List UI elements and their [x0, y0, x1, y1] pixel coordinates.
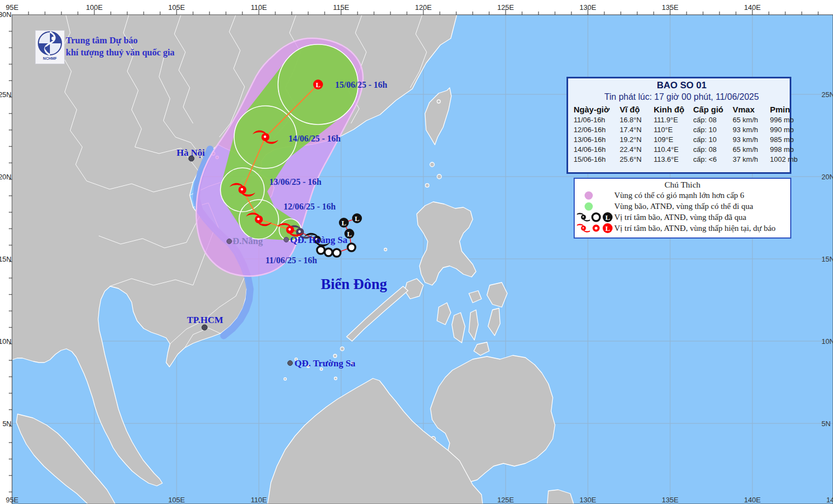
hoangsa-label: QĐ. Hoàng Sa — [290, 235, 348, 245]
svg-text:5N: 5N — [2, 420, 12, 428]
track-label-13-06: 13/06/25 - 16h — [269, 177, 321, 186]
svg-text:105E: 105E — [168, 3, 185, 12]
nchmf-logo-caption: NCHMF — [43, 56, 56, 60]
svg-text:145E: 145E — [826, 496, 833, 504]
hcm-label: TP.HCM — [187, 315, 223, 325]
past-depression-icon — [348, 243, 355, 251]
svg-text:130E: 130E — [580, 3, 597, 12]
islet — [333, 354, 337, 358]
islet — [341, 347, 344, 351]
pink-area-icon — [585, 191, 593, 200]
green-area-icon — [585, 202, 593, 211]
legend-panel: Chú Thich Vùng có thể có gió mạnh lớn hơ… — [574, 178, 791, 239]
legend-title: Chú Thich — [577, 180, 788, 190]
islet — [437, 100, 440, 103]
col-vmax: Vmax — [733, 104, 769, 115]
islet — [335, 377, 337, 380]
danang-dot — [227, 239, 232, 244]
svg-text:25N: 25N — [0, 90, 12, 99]
storm-info-panel: BAO SO 01 Tin phát lúc: 17 giờ 00 phút, … — [566, 77, 791, 174]
svg-text:20N: 20N — [821, 173, 833, 181]
storm-table-row: 14/06-16h22.4°N110.4°Ecấp: 0865 km/h998 … — [574, 145, 790, 155]
svg-text:110E: 110E — [251, 3, 267, 12]
storm-table-row: 15/06-16h25.6°N113.6°Ecấp: <637 km/h1002… — [574, 155, 790, 165]
track-label-12-06: 12/06/25 - 16h — [284, 202, 336, 211]
svg-text:5N: 5N — [821, 420, 831, 428]
col-ngay-gio: Ngày-giờ — [574, 104, 619, 115]
islet — [284, 378, 287, 381]
svg-text:140E: 140E — [744, 496, 761, 504]
svg-text:10N: 10N — [821, 337, 833, 346]
hoangsa-dot — [284, 237, 289, 242]
svg-text:105E: 105E — [168, 496, 185, 504]
nchmf-logo: NCHMF — [35, 30, 65, 64]
svg-text:100E: 100E — [86, 3, 103, 12]
col-pmin: Pmin — [770, 104, 803, 115]
truongsa-label: QĐ. Trường Sa — [294, 358, 356, 369]
storm-forecast-map: L 95E 105E 110E 115E 120E 125E 130E 135E… — [0, 0, 833, 504]
org-line1: Trung tâm Dự báo — [66, 35, 174, 47]
svg-text:10N: 10N — [0, 337, 12, 346]
past-depression-icon — [325, 248, 332, 256]
nchmf-emblem-icon — [37, 31, 63, 56]
legend-item-past: Vị trí tâm bão, ATNĐ, vùng thấp đã qua — [577, 212, 788, 223]
storm-table-row: 12/06-16h17.4°N110°Ecấp: 1093 km/h990 mb — [574, 125, 790, 135]
col-cap-gio: Cấp gió — [693, 104, 732, 115]
svg-text:140E: 140E — [744, 3, 761, 12]
islet — [437, 174, 441, 179]
storm-table-header: Ngày-giờ Vĩ độ Kinh độ Cấp gió Vmax Pmin — [574, 104, 790, 115]
islet — [384, 248, 387, 251]
org-line2: khí tượng thuỷ văn quốc gia — [66, 47, 174, 59]
storm-table-row: 13/06-16h19.2°N109°Ecấp: 1093 km/h985 mb — [574, 135, 790, 145]
svg-text:115E: 115E — [333, 3, 349, 12]
svg-text:30N: 30N — [0, 10, 12, 19]
past-low-icon — [602, 212, 613, 223]
legend-item-wind-area: Vùng có thể có gió mạnh lớn hơn cấp 6 — [577, 190, 788, 201]
past-low-icon — [352, 213, 362, 223]
map-canvas: L 95E 105E 110E 115E 120E 125E 130E 135E… — [0, 0, 833, 504]
forecast-low-icon — [313, 80, 323, 89]
svg-text:20N: 20N — [0, 173, 12, 181]
current-typhoon-icon — [577, 223, 590, 234]
past-low-icon — [339, 218, 349, 228]
svg-text:135E: 135E — [662, 3, 679, 12]
truongsa-dot — [288, 361, 293, 366]
current-depression-icon — [591, 223, 602, 234]
past-depression-icon — [591, 212, 602, 223]
islet — [430, 162, 434, 167]
legend-item-pass-area: Vùng bão, ATNĐ, vùng thấp có thể đi qua — [577, 201, 788, 212]
storm-title: BAO SO 01 — [574, 80, 790, 91]
track-label-14-06: 14/06/25 - 16h — [288, 134, 341, 143]
org-header: Trung tâm Dự báo khí tượng thuỷ văn quốc… — [66, 35, 174, 59]
svg-text:120E: 120E — [415, 3, 432, 12]
svg-text:15N: 15N — [821, 255, 833, 263]
storm-table-row: 11/06-16h16.8°N111.9°Ecấp: 0865 km/h996 … — [574, 115, 790, 125]
track-label-15-06: 15/06/25 - 16h — [335, 80, 387, 89]
islet — [426, 184, 429, 188]
svg-text:130E: 130E — [580, 496, 597, 504]
svg-text:135E: 135E — [662, 496, 679, 504]
danang-label: Đ.Nẵng — [233, 236, 263, 246]
hanoi-label: Hà Nội — [177, 148, 205, 158]
svg-text:125E: 125E — [497, 496, 514, 504]
bien-dong-label: Biển Đông — [321, 276, 387, 292]
storm-issued: Tin phát lúc: 17 giờ 00 phút, 11/06/2025 — [574, 92, 790, 102]
hcm-dot — [202, 325, 207, 330]
svg-text:110E: 110E — [251, 496, 267, 504]
track-label-11-06: 11/06/25 - 16h — [265, 256, 317, 265]
current-low-icon — [602, 223, 613, 234]
legend-item-current: Vị trí tâm bão, ATNĐ, vùng thấp hiện tại… — [577, 223, 788, 234]
past-depression-icon — [333, 249, 341, 257]
svg-text:25N: 25N — [821, 90, 833, 99]
col-kinh-do: Kinh độ — [654, 104, 692, 115]
past-depression-icon — [317, 246, 325, 254]
svg-text:125E: 125E — [497, 3, 514, 12]
past-typhoon-icon — [577, 212, 590, 223]
col-vi-do: Vĩ độ — [620, 104, 653, 115]
svg-text:15N: 15N — [0, 255, 12, 263]
